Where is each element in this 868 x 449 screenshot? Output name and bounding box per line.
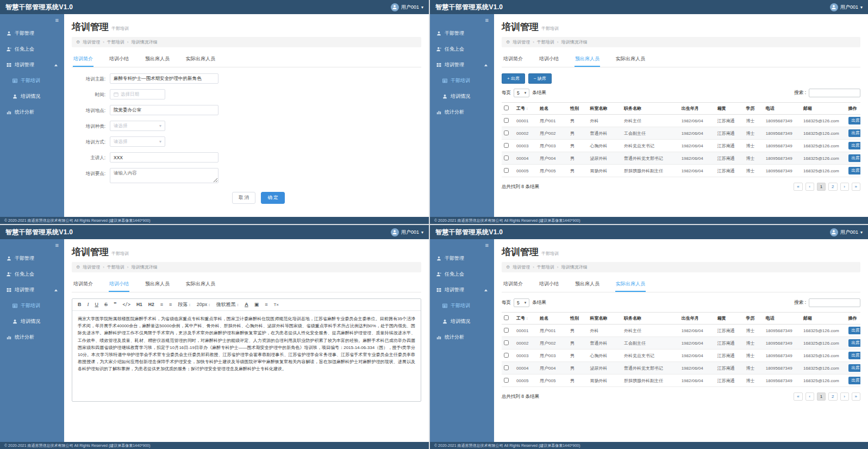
row-checkbox[interactable] — [504, 340, 509, 345]
tab-summary[interactable]: 培训小结 — [109, 278, 129, 292]
tab-summary[interactable]: 培训小结 — [539, 278, 559, 292]
sidebar-item-appointment[interactable]: 任免上会 — [430, 266, 494, 282]
sidebar-item-cadre-training[interactable]: 干部培训 — [0, 298, 64, 314]
page-last[interactable]: » — [852, 392, 860, 401]
date-picker[interactable]: 选择日期 — [110, 89, 165, 99]
per-page-select[interactable]: 5▾ — [514, 298, 529, 307]
add-attendance-button[interactable]: + 出席 — [502, 73, 525, 84]
sidebar-item-cadre-training[interactable]: 干部培训 — [430, 73, 494, 89]
highlight-button[interactable]: ▣ — [254, 302, 259, 307]
user-menu[interactable]: 用户001 ▾ — [391, 228, 423, 236]
attend-row-button[interactable]: 出席 — [848, 327, 860, 334]
page-last[interactable]: » — [852, 183, 860, 191]
menu-toggle-icon[interactable]: ≡ — [0, 239, 64, 251]
attend-row-button[interactable]: 出席 — [848, 167, 860, 174]
heading2-button[interactable]: H2 — [148, 302, 154, 307]
attend-row-button[interactable]: 出席 — [848, 377, 860, 384]
font-color-button[interactable]: A — [245, 302, 248, 307]
sidebar-item-statistics[interactable]: 统计分析 — [430, 329, 494, 345]
tab-expected-attendees[interactable]: 预出席人员 — [145, 278, 170, 292]
attend-row-button[interactable]: 出席 — [848, 364, 860, 372]
breadcrumb-item[interactable]: 培训管理 — [513, 39, 530, 45]
place-input[interactable] — [110, 105, 218, 115]
page-2[interactable]: 2 — [828, 392, 837, 401]
paragraph-style-select[interactable]: 段落 — [178, 302, 190, 307]
sort-icon[interactable]: ↕ — [526, 107, 528, 110]
breadcrumb-item[interactable]: 培训管理 — [83, 264, 100, 270]
tab-actual-attendees[interactable]: 实际出席人员 — [185, 53, 216, 67]
page-first[interactable]: « — [794, 392, 802, 401]
row-checkbox[interactable] — [504, 130, 509, 135]
page-1[interactable]: 1 — [817, 183, 826, 191]
bold-button[interactable]: B — [78, 302, 82, 307]
menu-toggle-icon[interactable]: ≡ — [430, 14, 494, 26]
tab-actual-attendees[interactable]: 实际出席人员 — [615, 53, 646, 67]
align-button[interactable]: ≡ — [265, 302, 267, 307]
sidebar-item-statistics[interactable]: 统计分析 — [430, 104, 494, 120]
column-header[interactable]: 工号 — [516, 106, 525, 111]
page-prev[interactable]: ‹ — [805, 392, 814, 401]
attend-row-button[interactable]: 出席 — [848, 117, 860, 124]
select-all-checkbox[interactable] — [504, 315, 509, 320]
speaker-input[interactable] — [110, 152, 218, 163]
breadcrumb-item[interactable]: 干部培训 — [537, 39, 554, 45]
tab-actual-attendees[interactable]: 实际出席人员 — [185, 278, 216, 292]
tab-intro[interactable]: 培训简介 — [503, 278, 523, 292]
subject-input[interactable] — [110, 73, 218, 84]
sidebar-item-training-mgmt[interactable]: 培训管理 — [0, 57, 64, 73]
breadcrumb-item[interactable]: 干部培训 — [107, 264, 124, 270]
sidebar-item-training-mgmt[interactable]: 培训管理 — [430, 282, 494, 298]
user-menu[interactable]: 用户001 ▾ — [830, 3, 863, 11]
font-size-select[interactable]: 20px — [197, 302, 210, 307]
row-checkbox[interactable] — [504, 328, 509, 333]
heading1-button[interactable]: H1 — [136, 302, 142, 307]
sidebar-item-cadre-mgmt[interactable]: 干部管理 — [0, 251, 64, 266]
column-header[interactable]: 工号 — [516, 316, 525, 321]
sidebar-item-cadre-training[interactable]: 干部培训 — [0, 73, 64, 89]
breadcrumb-item[interactable]: 干部培训 — [537, 264, 554, 270]
sidebar-item-appointment[interactable]: 任免上会 — [430, 41, 494, 57]
row-checkbox[interactable] — [504, 365, 509, 370]
sidebar-item-statistics[interactable]: 统计分析 — [0, 329, 64, 345]
sidebar-item-cadre-training[interactable]: 干部培训 — [430, 298, 494, 314]
search-input[interactable] — [809, 298, 860, 307]
attend-row-button[interactable]: 出席 — [848, 142, 860, 149]
ordered-list-button[interactable]: ≡ — [160, 302, 163, 307]
clear-format-button[interactable]: T× — [273, 303, 279, 307]
sidebar-item-appointment[interactable]: 任免上会 — [0, 41, 64, 57]
breadcrumb-item[interactable]: 培训管理 — [513, 264, 530, 270]
sidebar-item-appointment[interactable]: 任免上会 — [0, 266, 64, 282]
page-first[interactable]: « — [794, 183, 802, 191]
page-1[interactable]: 1 — [817, 392, 826, 401]
tab-expected-attendees[interactable]: 预出席人员 — [145, 53, 170, 67]
search-input[interactable] — [809, 89, 860, 97]
sidebar-item-cadre-mgmt[interactable]: 干部管理 — [430, 26, 494, 41]
sidebar-item-statistics[interactable]: 统计分析 — [0, 104, 64, 120]
row-checkbox[interactable] — [504, 143, 509, 148]
sidebar-item-training-status[interactable]: 培训情况 — [430, 314, 494, 329]
blockquote-button[interactable]: ” — [114, 302, 117, 308]
breadcrumb-item[interactable]: 培训管理 — [83, 39, 100, 45]
tab-intro[interactable]: 培训简介 — [503, 53, 523, 67]
sidebar-item-training-status[interactable]: 培训情况 — [430, 89, 494, 104]
page-2[interactable]: 2 — [828, 183, 837, 191]
page-next[interactable]: › — [840, 183, 849, 191]
editor-content[interactable]: 南京大学医学院附属鼓楼医院麻醉手术科，为省级临床重点专科和重点学科，国家卫计委麻… — [72, 311, 421, 401]
attend-row-button[interactable]: 出席 — [848, 352, 860, 359]
page-next[interactable]: › — [840, 392, 849, 401]
mode-select[interactable]: 请选择▾ — [110, 136, 165, 147]
attend-row-button[interactable]: 出席 — [848, 129, 860, 137]
attend-row-button[interactable]: 出席 — [848, 154, 860, 162]
tab-summary[interactable]: 培训小结 — [109, 53, 129, 67]
tab-summary[interactable]: 培训小结 — [539, 53, 559, 67]
bullet-list-button[interactable]: ≡ — [169, 302, 172, 307]
sidebar-item-training-mgmt[interactable]: 培训管理 — [0, 282, 64, 298]
sidebar-item-cadre-mgmt[interactable]: 干部管理 — [430, 251, 494, 266]
breadcrumb-item[interactable]: 干部培训 — [107, 39, 124, 45]
mark-absent-button[interactable]: − 缺席 — [528, 73, 552, 84]
points-textarea[interactable] — [110, 168, 218, 183]
sort-icon[interactable]: ↕ — [526, 316, 528, 320]
strikethrough-button[interactable]: S — [104, 302, 108, 307]
code-button[interactable]: </> — [123, 303, 130, 307]
sidebar-item-training-status[interactable]: 培训情况 — [0, 89, 64, 104]
